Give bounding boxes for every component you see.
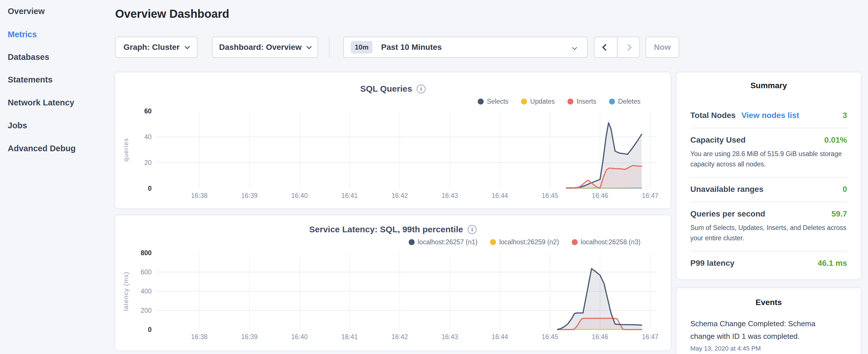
y-tick-label: 200 <box>141 307 152 314</box>
summary-title: Summary <box>690 81 847 90</box>
summary-label: P99 latency <box>690 259 735 268</box>
x-tick-label: 16:44 <box>492 333 508 341</box>
y-tick-label: 400 <box>141 288 152 295</box>
time-range-label: Past 10 Minutes <box>381 43 442 52</box>
chart-canvas: 800600400200016:3816:3916:4016:4116:4216… <box>115 215 671 350</box>
summary-label: Total Nodes <box>690 111 736 120</box>
prev-time-button[interactable] <box>595 37 617 57</box>
page-title: Overview Dashboard <box>115 7 229 20</box>
summary-value: 46.1 ms <box>817 259 847 268</box>
now-button[interactable]: Now <box>646 37 679 58</box>
y-tick-label: 0 <box>148 326 152 333</box>
sidebar-item-overview[interactable]: Overview <box>8 6 45 16</box>
graph-dropdown[interactable]: Graph: Cluster <box>115 37 197 58</box>
controls-divider <box>329 37 330 58</box>
x-tick-label: 16:47 <box>642 192 658 199</box>
x-tick-label: 16:46 <box>592 333 608 341</box>
x-tick-label: 16:41 <box>341 192 358 199</box>
y-axis-title: queries <box>122 138 129 162</box>
chevron-down-icon <box>307 44 312 49</box>
view-nodes-list-link[interactable]: View nodes list <box>741 111 799 120</box>
dashboard-dropdown-label: Dashboard: Overview <box>219 43 302 52</box>
summary-value: 3 <box>842 111 847 120</box>
events-title: Events <box>690 298 847 307</box>
x-tick-label: 16:45 <box>541 192 558 199</box>
now-button-label: Now <box>654 43 671 52</box>
time-range-badge: 10m <box>351 41 373 54</box>
summary-label: Queries per second <box>690 210 765 219</box>
y-tick-label: 0 <box>148 185 152 192</box>
summary-row-p99-latency: P99 latency 46.1 ms <box>690 252 847 276</box>
x-tick-label: 16:42 <box>392 192 408 199</box>
service-latency-chart-card: Service Latency: SQL, 99th percentile i … <box>115 215 671 350</box>
x-tick-label: 16:39 <box>241 192 258 199</box>
summary-label: Capacity Used <box>690 135 746 144</box>
events-panel: Events Schema Change Completed: Schema c… <box>677 288 861 354</box>
x-tick-label: 16:38 <box>191 333 208 341</box>
chevron-right-icon <box>625 44 632 51</box>
sidebar-item-databases[interactable]: Databases <box>8 52 49 62</box>
time-step-group <box>594 37 640 58</box>
y-axis-title: latency (ms) <box>122 271 129 311</box>
x-tick-label: 16:38 <box>191 192 208 199</box>
chart-canvas: 604020016:3816:3916:4016:4116:4216:4316:… <box>115 72 671 208</box>
x-tick-label: 16:47 <box>642 333 658 341</box>
summary-description: Sum of Selects, Updates, Inserts, and De… <box>690 223 847 243</box>
event-text: Schema Change Completed: Schema change w… <box>690 317 834 343</box>
y-tick-label: 40 <box>144 133 152 141</box>
y-tick-label: 20 <box>144 159 152 166</box>
x-tick-label: 16:45 <box>541 333 558 341</box>
x-tick-label: 16:43 <box>442 192 458 199</box>
sql-queries-chart-plot[interactable]: 604020016:3816:3916:4016:4116:4216:4316:… <box>115 72 671 210</box>
sidebar-item-statements[interactable]: Statements <box>8 75 53 85</box>
summary-row-unavailable-ranges: Unavailable ranges 0 <box>690 178 847 202</box>
y-tick-label: 800 <box>141 249 152 257</box>
chevron-left-icon <box>602 44 609 51</box>
sidebar-item-metrics[interactable]: Metrics <box>8 30 37 39</box>
service-latency-chart-plot[interactable]: 800600400200016:3816:3916:4016:4116:4216… <box>115 215 671 351</box>
time-range-selector[interactable]: 10m Past 10 Minutes <box>343 37 588 58</box>
sidebar-item-network-latency[interactable]: Network Latency <box>8 98 74 107</box>
sidebar-item-advanced-debug[interactable]: Advanced Debug <box>8 143 76 153</box>
x-tick-label: 16:46 <box>592 192 608 199</box>
x-tick-label: 16:39 <box>241 333 258 341</box>
sql-queries-chart-card: SQL Queries i Selects Updates Inserts De… <box>115 72 671 208</box>
graph-dropdown-label: Graph: Cluster <box>124 43 180 52</box>
x-tick-label: 16:42 <box>392 333 408 341</box>
summary-panel: Summary Total Nodes View nodes list 3 Ca… <box>677 72 861 279</box>
y-tick-label: 600 <box>141 268 152 276</box>
x-tick-label: 16:40 <box>291 333 308 341</box>
summary-description: You are using 28.6 MiB of 515.9 GiB usab… <box>690 149 847 169</box>
chevron-down-icon <box>185 44 190 49</box>
x-tick-label: 16:40 <box>291 192 308 199</box>
next-time-button[interactable] <box>617 37 639 57</box>
chevron-down-icon <box>572 45 577 50</box>
summary-label: Unavailable ranges <box>690 185 764 194</box>
event-timestamp: May 13, 2020 at 4:45 PM <box>690 345 847 352</box>
summary-value: 0 <box>842 185 847 194</box>
summary-row-queries-per-second: Queries per second 59.7 Sum of Selects, … <box>690 202 847 252</box>
app-root: Overview Metrics Databases Statements Ne… <box>0 0 868 354</box>
y-tick-label: 60 <box>144 107 152 115</box>
x-tick-label: 16:44 <box>492 192 508 199</box>
summary-value: 0.01% <box>825 135 847 144</box>
summary-row-total-nodes: Total Nodes View nodes list 3 <box>690 99 847 128</box>
summary-row-capacity-used: Capacity Used 0.01% You are using 28.6 M… <box>690 128 847 178</box>
dashboard-dropdown[interactable]: Dashboard: Overview <box>212 37 318 58</box>
sidebar-item-jobs[interactable]: Jobs <box>8 121 27 130</box>
x-tick-label: 16:41 <box>341 333 358 341</box>
event-item[interactable]: Schema Change Completed: Schema change w… <box>690 317 847 352</box>
summary-value: 59.7 <box>832 210 847 219</box>
x-tick-label: 16:43 <box>442 333 458 341</box>
